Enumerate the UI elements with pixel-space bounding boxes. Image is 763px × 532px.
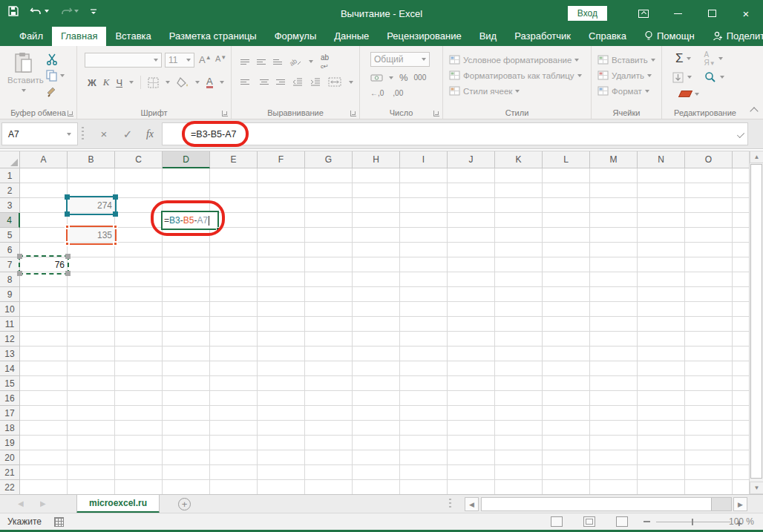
cell-K15[interactable] xyxy=(495,376,543,391)
cell-H8[interactable] xyxy=(353,272,400,287)
column-header-F[interactable]: F xyxy=(258,151,305,168)
cell-O2[interactable] xyxy=(685,183,733,198)
cell-F7[interactable] xyxy=(258,257,305,272)
cell-O3[interactable] xyxy=(685,198,733,213)
column-header-N[interactable]: N xyxy=(638,151,685,168)
cell-A22[interactable] xyxy=(20,480,68,495)
cell-D5[interactable] xyxy=(163,228,210,243)
cell-C21[interactable] xyxy=(115,465,163,480)
column-header-O[interactable]: O xyxy=(685,151,733,168)
cell-K8[interactable] xyxy=(495,272,543,287)
cell-A14[interactable] xyxy=(20,361,68,376)
percent-style-button[interactable]: % xyxy=(399,72,408,83)
cell-O1[interactable] xyxy=(685,168,733,183)
accounting-dropdown-icon[interactable] xyxy=(389,76,393,79)
cell-M19[interactable] xyxy=(590,436,638,450)
cell-A8[interactable] xyxy=(20,272,68,287)
cell-I8[interactable] xyxy=(400,272,448,287)
cell-D16[interactable] xyxy=(163,391,210,406)
cell-M10[interactable] xyxy=(590,302,638,317)
cell-I21[interactable] xyxy=(400,465,448,480)
cell-K3[interactable] xyxy=(495,198,543,213)
cell-E10[interactable] xyxy=(210,302,258,317)
cell-C9[interactable] xyxy=(115,287,163,302)
tab-Поделиться[interactable]: Поделиться xyxy=(704,27,763,46)
cell-partial-3[interactable] xyxy=(733,198,749,213)
cell-G18[interactable] xyxy=(305,421,353,436)
cell-O10[interactable] xyxy=(685,302,733,317)
cell-D6[interactable] xyxy=(163,243,210,257)
zoom-slider[interactable] xyxy=(656,522,730,522)
tab-Разметка страницы[interactable]: Разметка страницы xyxy=(160,27,266,46)
row-header-10[interactable]: 10 xyxy=(0,302,20,317)
enter-button[interactable]: ✓ xyxy=(117,122,138,145)
cell-partial-5[interactable] xyxy=(733,228,749,243)
cell-D2[interactable] xyxy=(163,183,210,198)
merge-dropdown-icon[interactable] xyxy=(349,81,353,84)
font-color-dropdown-icon[interactable] xyxy=(220,81,224,84)
cell-B13[interactable] xyxy=(68,347,115,361)
cell-partial-8[interactable] xyxy=(733,272,749,287)
cell-J17[interactable] xyxy=(448,406,495,421)
cell-B10[interactable] xyxy=(68,302,115,317)
orientation-dropdown-icon[interactable] xyxy=(309,60,313,63)
cell-E2[interactable] xyxy=(210,183,258,198)
cell-partial-20[interactable] xyxy=(733,450,749,465)
cell-B15[interactable] xyxy=(68,376,115,391)
cell-L17[interactable] xyxy=(543,406,590,421)
cell-H5[interactable] xyxy=(353,228,400,243)
cell-D22[interactable] xyxy=(163,480,210,495)
sort-dropdown-icon[interactable] xyxy=(718,57,723,60)
cell-A9[interactable] xyxy=(20,287,68,302)
cell-N20[interactable] xyxy=(638,450,685,465)
cell-C8[interactable] xyxy=(115,272,163,287)
cell-G2[interactable] xyxy=(305,183,353,198)
cell-A16[interactable] xyxy=(20,391,68,406)
cell-F20[interactable] xyxy=(258,450,305,465)
cell-G1[interactable] xyxy=(305,168,353,183)
cell-N16[interactable] xyxy=(638,391,685,406)
cell-L14[interactable] xyxy=(543,361,590,376)
cell-A10[interactable] xyxy=(20,302,68,317)
cell-H12[interactable] xyxy=(353,332,400,347)
row-header-7[interactable]: 7 xyxy=(0,257,20,272)
cell-M1[interactable] xyxy=(590,168,638,183)
cell-K18[interactable] xyxy=(495,421,543,436)
cell-K13[interactable] xyxy=(495,347,543,361)
cell-F6[interactable] xyxy=(258,243,305,257)
cell-J6[interactable] xyxy=(448,243,495,257)
fill-down-button[interactable] xyxy=(672,72,684,83)
cell-E22[interactable] xyxy=(210,480,258,495)
cancel-button[interactable]: × xyxy=(94,122,114,145)
cell-I18[interactable] xyxy=(400,421,448,436)
cell-M2[interactable] xyxy=(590,183,638,198)
row-header-17[interactable]: 17 xyxy=(0,406,20,421)
cell-K20[interactable] xyxy=(495,450,543,465)
cell-L19[interactable] xyxy=(543,436,590,450)
ribbon-display-options-button[interactable] xyxy=(626,0,661,27)
cell-M17[interactable] xyxy=(590,406,638,421)
copy-dropdown-icon[interactable] xyxy=(60,74,65,77)
cell-L8[interactable] xyxy=(543,272,590,287)
cell-I20[interactable] xyxy=(400,450,448,465)
font-color-button[interactable]: А xyxy=(206,76,213,88)
cell-A11[interactable] xyxy=(20,317,68,332)
cell-B18[interactable] xyxy=(68,421,115,436)
cell-E12[interactable] xyxy=(210,332,258,347)
cell-A3[interactable] xyxy=(20,198,68,213)
new-sheet-button[interactable]: + xyxy=(178,498,191,510)
cell-O18[interactable] xyxy=(685,421,733,436)
hscroll-left-icon[interactable]: ◀ xyxy=(465,497,479,511)
cell-I3[interactable] xyxy=(400,198,448,213)
cell-H22[interactable] xyxy=(353,480,400,495)
shrink-font-button[interactable]: А▼ xyxy=(215,54,226,63)
cell-E21[interactable] xyxy=(210,465,258,480)
cell-B20[interactable] xyxy=(68,450,115,465)
cell-J1[interactable] xyxy=(448,168,495,183)
cell-J20[interactable] xyxy=(448,450,495,465)
cell-C14[interactable] xyxy=(115,361,163,376)
cell-F1[interactable] xyxy=(258,168,305,183)
cell-M22[interactable] xyxy=(590,480,638,495)
row-header-4[interactable]: 4 xyxy=(0,213,20,228)
font-dialog-launcher[interactable] xyxy=(222,111,228,116)
